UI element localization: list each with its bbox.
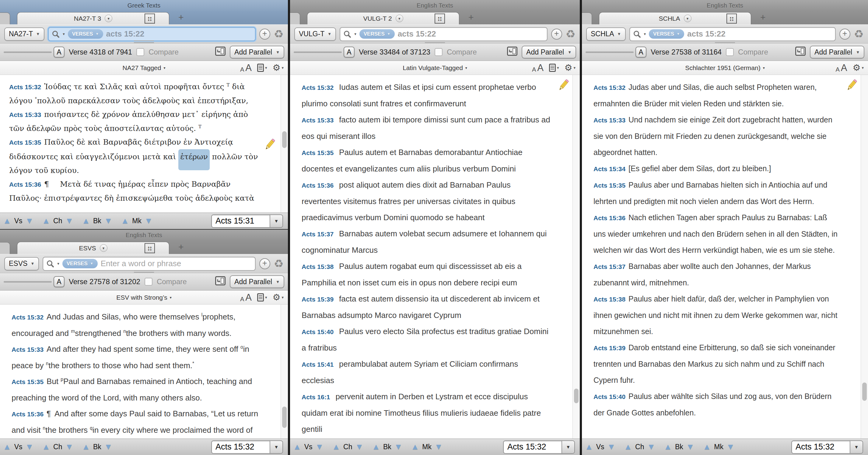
window-title[interactable]: English Texts bbox=[582, 0, 868, 11]
search-icon[interactable] bbox=[46, 260, 54, 268]
footnote-marker[interactable]: q bbox=[90, 425, 93, 431]
verse-reference[interactable]: Acts 15:36 bbox=[11, 410, 43, 418]
gear-button[interactable]: ⚙ ▾ bbox=[564, 63, 576, 72]
increase-font-icon[interactable]: A bbox=[245, 293, 252, 302]
verse-reference[interactable]: Acts 15:34 bbox=[593, 165, 625, 172]
next-verse-button[interactable]: ▼ bbox=[26, 217, 34, 225]
add-search-button[interactable]: + bbox=[551, 29, 562, 39]
goto-verse-input[interactable]: Acts 15:32 bbox=[504, 441, 561, 453]
verse-slider-knob[interactable]: A bbox=[344, 47, 354, 58]
next-chapter-button[interactable]: ▼ bbox=[65, 443, 73, 451]
tie-scroll-icon[interactable]: ↕↕ bbox=[726, 13, 737, 24]
window-divider[interactable] bbox=[288, 0, 290, 455]
prev-mark-button[interactable]: ▲ bbox=[411, 443, 420, 451]
verse-reference[interactable]: Acts 15:35 bbox=[302, 149, 334, 156]
new-tab-button[interactable]: + bbox=[178, 13, 184, 22]
pencil-note-icon[interactable] bbox=[845, 78, 858, 93]
search-icon[interactable] bbox=[633, 30, 641, 38]
scrollbar[interactable] bbox=[281, 75, 288, 212]
decrease-font-icon[interactable]: A bbox=[532, 66, 536, 73]
goto-verse-input[interactable]: Acts 15:32 bbox=[212, 441, 270, 453]
tie-scroll-icon[interactable]: ↕↕ bbox=[435, 13, 445, 24]
verse-reference[interactable]: Acts 15:36 bbox=[593, 215, 625, 221]
footnote-marker[interactable]: p bbox=[61, 377, 63, 382]
add-parallel-button[interactable]: Add Parallel ▼ bbox=[810, 46, 864, 58]
increase-font-icon[interactable]: A bbox=[841, 63, 847, 73]
prev-book-button[interactable]: ▲ bbox=[82, 443, 90, 451]
footnote-marker[interactable]: T bbox=[226, 82, 229, 88]
add-parallel-button[interactable]: Add Parallel ▼ bbox=[522, 46, 576, 58]
scrollbar-thumb[interactable] bbox=[574, 389, 579, 403]
next-book-button[interactable]: ▼ bbox=[686, 443, 694, 451]
font-size-buttons[interactable]: A A bbox=[240, 63, 252, 73]
window-title[interactable]: English Texts bbox=[290, 0, 580, 11]
verse-slider[interactable] bbox=[4, 52, 52, 53]
compare-checkbox[interactable] bbox=[435, 48, 442, 56]
footnote-marker[interactable]: n bbox=[123, 329, 126, 334]
tab-menu-icon[interactable]: ▼ bbox=[684, 15, 691, 22]
highlighted-word[interactable]: ἑτέρων bbox=[178, 149, 209, 170]
verse-reference[interactable]: Acts 16:1 bbox=[302, 394, 330, 400]
display-settings-button[interactable]: ▾ bbox=[549, 64, 559, 72]
prev-book-button[interactable]: ▲ bbox=[82, 217, 90, 225]
gear-button[interactable]: ⚙ ▾ bbox=[272, 293, 284, 302]
verse-reference[interactable]: Acts 15:32 bbox=[9, 83, 41, 90]
next-book-button[interactable]: ▼ bbox=[104, 443, 113, 451]
verse-slider-knob[interactable]: A bbox=[636, 47, 646, 58]
font-size-buttons[interactable]: A A bbox=[835, 63, 847, 73]
resize-grip[interactable] bbox=[715, 40, 735, 43]
search-icon[interactable] bbox=[343, 30, 351, 38]
verse-reference[interactable]: Acts 15:36 bbox=[302, 182, 334, 189]
module-select[interactable]: VULG-T ▼ bbox=[294, 27, 336, 41]
next-chapter-button[interactable]: ▼ bbox=[65, 217, 73, 225]
goto-verse-input[interactable]: Acts 15:32 bbox=[792, 441, 850, 453]
decrease-font-icon[interactable]: A bbox=[835, 66, 839, 73]
window-title[interactable]: Greek Texts bbox=[0, 0, 288, 11]
footnote-marker[interactable]: o bbox=[241, 344, 243, 350]
module-select[interactable]: ESVS ▼ bbox=[4, 257, 39, 271]
verse-reference[interactable]: Acts 15:33 bbox=[11, 346, 43, 353]
search-input[interactable]: ▾ VERSES ▼ acts 15:22 bbox=[340, 27, 548, 41]
verse-reference[interactable]: Acts 15:33 bbox=[9, 111, 41, 118]
verse-reference[interactable]: Acts 15:39 bbox=[302, 296, 334, 303]
compare-checkbox[interactable] bbox=[145, 278, 153, 286]
text-browser-icon[interactable] bbox=[215, 276, 225, 287]
verse-reference[interactable]: Acts 15:37 bbox=[593, 263, 625, 270]
module-select[interactable]: NA27-T ▼ bbox=[4, 27, 44, 41]
verse-reference[interactable]: Acts 15:40 bbox=[302, 328, 334, 335]
goto-verse-dropdown[interactable]: ▼ bbox=[270, 215, 282, 227]
verse-reference[interactable]: Acts 15:33 bbox=[302, 117, 334, 124]
prev-verse-button[interactable]: ▲ bbox=[293, 443, 301, 451]
footnote-marker[interactable]: m bbox=[71, 329, 75, 334]
increase-font-icon[interactable]: A bbox=[245, 63, 252, 73]
text-title[interactable]: Schlachter 1951 (German) ▾ bbox=[582, 61, 868, 75]
goto-verse-dropdown[interactable]: ▼ bbox=[270, 441, 282, 453]
next-mark-button[interactable]: ▼ bbox=[145, 217, 153, 225]
tab-menu-icon[interactable]: ▼ bbox=[396, 15, 403, 22]
new-tab-button[interactable]: + bbox=[178, 243, 184, 252]
search-input[interactable]: ▾ VERSES ▼ acts 15:22 bbox=[48, 27, 256, 41]
window-divider[interactable] bbox=[580, 0, 582, 455]
add-search-button[interactable]: + bbox=[259, 29, 270, 39]
goto-verse-dropdown[interactable]: ▼ bbox=[561, 441, 574, 453]
scrollbar-thumb[interactable] bbox=[282, 406, 287, 428]
verse-reference[interactable]: Acts 15:32 bbox=[302, 84, 334, 91]
next-verse-button[interactable]: ▼ bbox=[26, 443, 34, 451]
add-search-button[interactable]: + bbox=[259, 258, 270, 269]
verse-slider-knob[interactable]: A bbox=[54, 47, 64, 58]
tab-vulg[interactable]: VULG-T 2 ▼ ↕↕ bbox=[307, 12, 459, 24]
increase-font-icon[interactable]: A bbox=[537, 63, 544, 73]
text-browser-icon[interactable] bbox=[215, 47, 225, 58]
tab-menu-icon[interactable]: ▼ bbox=[105, 15, 112, 22]
compare-checkbox[interactable] bbox=[726, 48, 734, 56]
goto-verse-dropdown[interactable]: ▼ bbox=[850, 441, 863, 453]
display-settings-button[interactable]: ▾ bbox=[257, 293, 267, 302]
scrollbar[interactable] bbox=[281, 305, 288, 438]
next-verse-button[interactable]: ▼ bbox=[608, 443, 616, 451]
prev-book-button[interactable]: ▲ bbox=[372, 443, 380, 451]
gear-button[interactable]: ⚙ ▾ bbox=[852, 63, 864, 72]
next-book-button[interactable]: ▼ bbox=[395, 443, 403, 451]
scrollbar[interactable] bbox=[572, 75, 580, 438]
tab-menu-icon[interactable]: ▼ bbox=[100, 244, 107, 252]
next-mark-button[interactable]: ▼ bbox=[435, 443, 443, 451]
